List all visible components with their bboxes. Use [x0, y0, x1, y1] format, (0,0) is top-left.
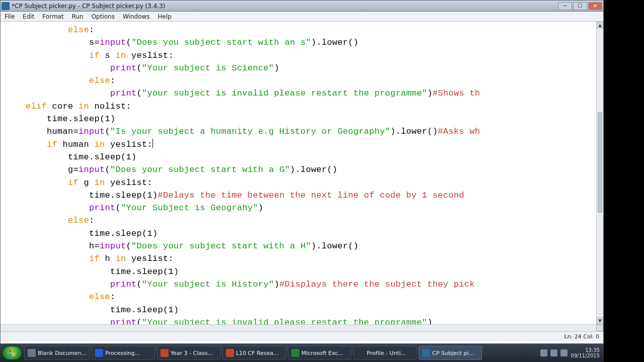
menu-run[interactable]: Run — [68, 12, 88, 21]
powerpoint-icon — [226, 349, 234, 357]
word-icon — [95, 349, 103, 357]
title-bar[interactable]: *CP Subject picker.py - CP Subject picke… — [1, 1, 603, 12]
status-bar: Ln: 24 Col: 0 — [1, 331, 603, 341]
window-title: *CP Subject picker.py - CP Subject picke… — [12, 3, 558, 10]
tray-volume-icon[interactable] — [560, 349, 568, 356]
scrollbar-horizontal[interactable] — [1, 324, 596, 331]
system-tray[interactable]: 13:35 09/11/2015 — [488, 344, 604, 362]
windows-logo-icon — [8, 348, 17, 357]
menu-help[interactable]: Help — [154, 12, 176, 21]
taskbar-item[interactable]: Year 3 - Class... — [157, 346, 220, 360]
menu-bar: File Edit Format Run Options Windows Hel… — [1, 12, 603, 22]
python-icon — [422, 349, 430, 357]
cursor-position: Ln: 24 Col: 0 — [565, 333, 599, 340]
doc-icon — [28, 349, 36, 357]
taskbar-item[interactable]: Profile - Unti... — [353, 346, 417, 360]
tray-flag-icon[interactable] — [540, 349, 547, 356]
svg-rect-2 — [13, 350, 15, 352]
taskbar-item-active[interactable]: CP Subject pi... — [419, 346, 482, 360]
excel-icon — [291, 349, 299, 357]
minimize-button[interactable]: ─ — [558, 2, 572, 10]
taskbar-item[interactable]: Processing... — [92, 346, 155, 360]
window-controls: ─ ☐ ✕ — [558, 2, 602, 10]
idle-window: *CP Subject picker.py - CP Subject picke… — [0, 0, 604, 344]
scroll-down-icon[interactable]: ▼ — [597, 317, 603, 324]
svg-rect-1 — [9, 350, 12, 352]
menu-format[interactable]: Format — [38, 12, 67, 21]
editor-area: else: s=input("Does you subject start wi… — [1, 22, 603, 331]
tray-network-icon[interactable] — [550, 349, 557, 356]
clock[interactable]: 13:35 09/11/2015 — [571, 347, 600, 359]
obs-icon — [357, 349, 365, 357]
menu-file[interactable]: File — [1, 12, 19, 21]
code-editor[interactable]: else: s=input("Does you subject start wi… — [1, 22, 596, 331]
svg-rect-4 — [13, 353, 15, 356]
close-button[interactable]: ✕ — [588, 2, 602, 10]
code-content[interactable]: else: s=input("Does you subject start wi… — [5, 24, 596, 329]
text-cursor — [152, 139, 153, 148]
maximize-button[interactable]: ☐ — [573, 2, 587, 10]
start-button[interactable] — [2, 346, 22, 360]
menu-windows[interactable]: Windows — [119, 12, 154, 21]
taskbar-item[interactable]: Blank Documen... — [24, 346, 90, 360]
svg-rect-3 — [9, 353, 12, 356]
app-icon — [2, 2, 10, 10]
menu-edit[interactable]: Edit — [19, 12, 38, 21]
scroll-thumb[interactable] — [598, 112, 602, 213]
scrollbar-vertical[interactable]: ▲ ▼ — [596, 22, 603, 324]
scroll-corner — [596, 324, 603, 331]
taskbar-item[interactable]: Microsoft Exc... — [288, 346, 351, 360]
powerpoint-icon — [160, 349, 169, 357]
scroll-up-icon[interactable]: ▲ — [597, 22, 603, 29]
menu-options[interactable]: Options — [88, 12, 119, 21]
taskbar-item[interactable]: L10 CF Resea... — [222, 346, 286, 360]
